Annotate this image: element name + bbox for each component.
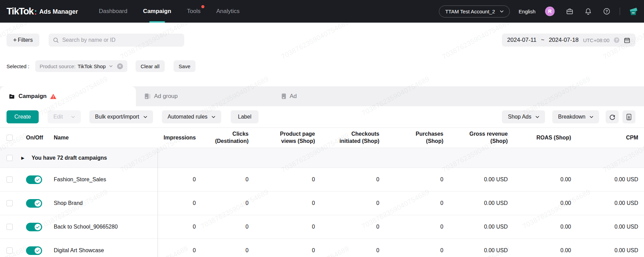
export-button[interactable] — [622, 110, 635, 123]
onoff-toggle[interactable] — [26, 199, 42, 208]
chevron-down-icon — [143, 116, 147, 118]
logo-colon-icon — [35, 10, 36, 15]
breakdown-dropdown[interactable]: Breakdown — [552, 110, 599, 123]
row-toggle-cell — [15, 223, 48, 231]
select-all-checkbox[interactable] — [7, 135, 13, 141]
column-header-clicks[interactable]: Clicks (Destination) — [196, 131, 249, 145]
tab-ad-group[interactable]: Ad group — [136, 86, 273, 106]
table-toolbar: Create Edit Bulk export/import Automated… — [7, 110, 635, 123]
row-toggle-cell — [15, 199, 48, 208]
nav-campaign-label: Campaign — [143, 8, 171, 15]
export-icon — [626, 114, 632, 120]
metric-value: 0.00 USD — [571, 223, 638, 231]
metric-value: 0 — [379, 247, 443, 254]
edit-button-label: Edit — [53, 114, 63, 120]
edit-button[interactable]: Edit — [48, 110, 81, 123]
campaign-name[interactable]: Fashion_Store_Sales — [54, 176, 106, 183]
nav-tools[interactable]: Tools — [179, 0, 209, 23]
language-selector[interactable]: English — [519, 9, 535, 14]
column-header-product-page-views[interactable]: Product page views (Shop) — [249, 131, 315, 145]
column-header-purchases[interactable]: Purchases (Shop) — [379, 131, 443, 145]
nav-tools-label: Tools — [187, 8, 201, 15]
refresh-button[interactable] — [606, 110, 619, 123]
account-selector[interactable]: TTAM Test Account_2 — [439, 5, 509, 17]
header-checkbox-cell — [0, 135, 15, 141]
filter-chip-product-source[interactable]: Product source: TikTok Shop ✕ — [35, 60, 127, 72]
column-header-onoff: On/Off — [15, 135, 48, 141]
avatar[interactable]: R — [545, 7, 555, 16]
chip-remove-icon[interactable]: ✕ — [117, 63, 123, 69]
nav-analytics[interactable]: Analytics — [209, 0, 248, 23]
onoff-toggle[interactable] — [26, 175, 42, 184]
search-box[interactable] — [49, 34, 184, 47]
filters-button[interactable]: + Filters — [7, 34, 39, 47]
expand-caret-icon[interactable]: ▶ — [21, 156, 24, 160]
draft-row-checkbox[interactable] — [7, 155, 13, 161]
tab-ad-label: Ad — [290, 93, 297, 100]
table-body: Fashion_Store_Sales 0 0 0 0 0 0.00 USD 0… — [0, 168, 644, 257]
tab-campaign[interactable]: Campaign — [0, 86, 136, 106]
automated-rules-button[interactable]: Automated rules — [162, 110, 222, 123]
label-button[interactable]: Label — [231, 110, 258, 123]
date-end: 2024-07-18 — [549, 37, 579, 44]
campaign-name[interactable]: Shop Brand — [54, 200, 83, 206]
date-separator: ~ — [541, 37, 544, 44]
selected-filters-row: Selected : Product source: TikTok Shop ✕… — [7, 60, 195, 72]
column-header-roas[interactable]: ROAS (Shop) — [508, 134, 571, 142]
metric-value: 0.00 — [508, 200, 571, 207]
row-name-cell: Back to School_90665280 — [48, 224, 157, 230]
help-icon[interactable]: ? — [603, 7, 611, 15]
timezone-help-icon[interactable]: ? — [614, 37, 619, 43]
onoff-toggle[interactable] — [26, 246, 42, 255]
metric-value: 0 — [157, 200, 196, 207]
nav-campaign[interactable]: Campaign — [135, 0, 179, 23]
column-header-checkouts[interactable]: Checkouts initiated (Shop) — [315, 131, 379, 145]
refresh-icon — [609, 114, 616, 120]
tiktok-logo[interactable]: TikTok Ads Manager — [7, 6, 78, 17]
metric-value: 0.00 USD — [571, 200, 638, 207]
date-range-picker[interactable]: 2024-07-11 ~ 2024-07-18 UTC+08:00 ? — [502, 34, 635, 47]
chevron-down-icon[interactable] — [109, 65, 113, 67]
check-icon — [36, 225, 40, 229]
save-button[interactable]: Save — [174, 60, 195, 72]
metric-value: 0 — [157, 176, 196, 183]
toggle-knob — [35, 176, 41, 183]
create-button[interactable]: Create — [7, 110, 39, 123]
metric-value: 0 — [315, 247, 379, 254]
table-row: Shop Brand 0 0 0 0 0 0.00 USD 0.00 0.00 … — [0, 192, 644, 215]
draft-checkbox-cell — [0, 155, 15, 161]
column-header-impressions[interactable]: Impressions — [157, 134, 196, 142]
briefcase-icon[interactable] — [566, 7, 574, 15]
plus-icon: + — [13, 36, 17, 44]
campaign-name[interactable]: Back to School_90665280 — [54, 224, 118, 230]
filters-button-label: Filters — [18, 37, 33, 43]
account-name: TTAM Test Account_2 — [445, 9, 495, 14]
row-checkbox[interactable] — [7, 176, 13, 183]
onoff-toggle[interactable] — [26, 223, 42, 231]
row-checkbox[interactable] — [7, 224, 13, 230]
product-name: Ads Manager — [39, 8, 78, 15]
row-checkbox[interactable] — [7, 247, 13, 254]
tab-ad[interactable]: Ad — [273, 86, 410, 106]
metric-value: 0 — [315, 176, 379, 183]
brand-wordmark: TikTok — [7, 6, 34, 17]
clear-all-button[interactable]: Clear all — [136, 60, 165, 72]
breakdown-label: Breakdown — [558, 114, 585, 120]
nav-analytics-label: Analytics — [216, 8, 240, 15]
draft-campaigns-row[interactable]: ▶ You have 72 draft campaigns — [0, 148, 644, 168]
nav-dashboard[interactable]: Dashboard — [91, 0, 135, 23]
column-header-cpm[interactable]: CPM — [571, 134, 638, 142]
calendar-icon[interactable] — [624, 37, 630, 44]
bell-icon[interactable] — [584, 7, 592, 15]
search-input[interactable] — [62, 37, 180, 43]
column-header-gross-revenue[interactable]: Gross revenue (Shop) — [443, 131, 508, 145]
main-nav: Dashboard Campaign Tools Analytics — [91, 0, 248, 23]
chevron-down-icon — [590, 116, 593, 118]
shop-ads-dropdown[interactable]: Shop Ads — [502, 110, 545, 123]
column-header-name[interactable]: Name — [48, 135, 157, 141]
bulk-export-import-button[interactable]: Bulk export/import — [89, 110, 153, 123]
campaign-name[interactable]: Digital Art Showcase — [54, 247, 104, 254]
svg-text:?: ? — [605, 9, 608, 13]
row-checkbox[interactable] — [7, 200, 13, 206]
promotion-icon[interactable] — [628, 7, 639, 16]
